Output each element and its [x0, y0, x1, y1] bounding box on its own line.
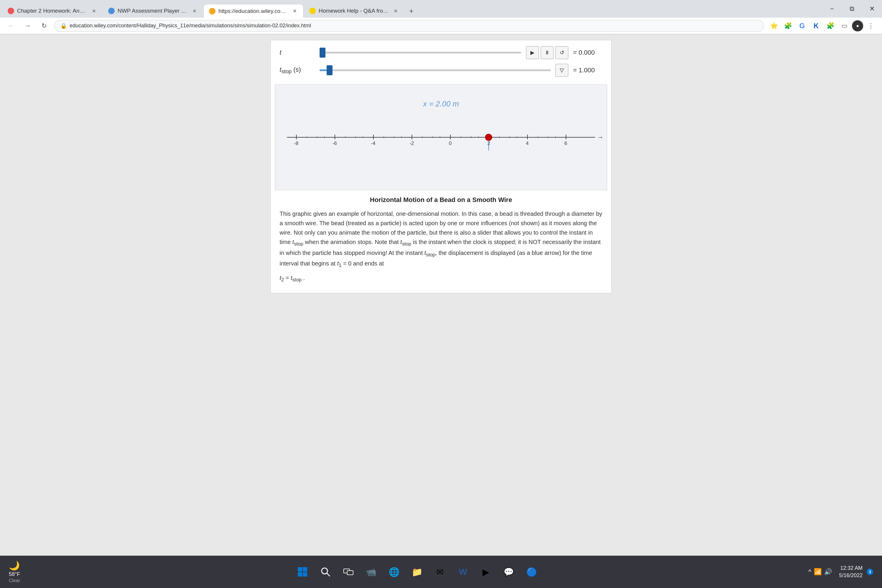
svg-rect-2	[298, 572, 302, 576]
tick-minor	[317, 136, 317, 138]
tstop-dropdown[interactable]: ▽	[555, 64, 568, 77]
avatar[interactable]: ●	[852, 20, 863, 32]
chrome-button[interactable]: 🔵	[523, 563, 541, 581]
bookmark-icon[interactable]: ⭐	[767, 20, 780, 32]
main-content: t ▶ ⏸ ↺ = 0.000 tstop (s)	[0, 34, 882, 556]
controls-area: t ▶ ⏸ ↺ = 0.000 tstop (s)	[271, 40, 611, 84]
tab-close-3[interactable]: ✕	[291, 8, 298, 14]
google-icon[interactable]: G	[796, 20, 808, 32]
tick-label--2: -2	[410, 141, 414, 146]
address-input[interactable]: 🔒 education.wiley.com/content/Halliday_P…	[54, 20, 764, 32]
t-slider[interactable]	[320, 52, 521, 54]
taskbar: 🌙 58°F Clear	[0, 556, 882, 588]
simulation-panel: t ▶ ⏸ ↺ = 0.000 tstop (s)	[270, 40, 612, 293]
number-line: → x (m) -8 -6	[275, 137, 607, 138]
bead	[485, 134, 492, 141]
extensions-icon[interactable]: 🧩	[782, 20, 794, 32]
forward-button[interactable]: →	[21, 20, 34, 32]
tick-minor	[440, 136, 440, 138]
system-tray: ^ 📶 🔊	[808, 568, 832, 576]
address-bar: ← → ↻ 🔒 education.wiley.com/content/Hall…	[0, 18, 882, 34]
search-button[interactable]	[316, 563, 334, 581]
back-button[interactable]: ←	[5, 20, 18, 32]
volume-icon[interactable]: 🔊	[824, 568, 832, 576]
puzzle-icon[interactable]: 🧩	[824, 20, 837, 32]
tick-minor	[401, 136, 402, 138]
tab-close-4[interactable]: ✕	[392, 8, 399, 14]
browser-chrome: Chapter 2 Homework: Andro Fah... ✕ NWP A…	[0, 0, 882, 34]
discord-button[interactable]: 💬	[500, 563, 518, 581]
teams-button[interactable]: 📹	[362, 563, 380, 581]
tab-close-2[interactable]: ✕	[191, 8, 198, 14]
tab-label-3: https://education.wiley.com/con...	[219, 8, 288, 14]
notification-badge[interactable]: 3	[867, 568, 873, 575]
tick-4	[527, 135, 528, 140]
close-button[interactable]: ✕	[862, 0, 882, 18]
reset-button[interactable]: ↺	[555, 46, 568, 59]
weather-icon: 🌙	[9, 560, 20, 571]
svg-rect-0	[298, 567, 302, 572]
more-button[interactable]: ⋮	[864, 20, 877, 32]
start-button[interactable]	[293, 563, 312, 581]
tick--4	[373, 135, 374, 140]
svg-rect-1	[303, 567, 307, 572]
notification-count: 3	[869, 570, 871, 574]
svg-rect-7	[347, 571, 353, 575]
weather-condition: Clear	[9, 578, 20, 583]
new-tab-button[interactable]: +	[405, 4, 418, 18]
profile-icon[interactable]: K	[810, 20, 823, 32]
tab-favicon-4	[309, 8, 316, 14]
play-button[interactable]: ▶	[526, 46, 539, 59]
weather-widget[interactable]: 🌙 58°F Clear	[9, 560, 20, 583]
taskbar-center: 📹 🌐 📁 ✉ W ▶ 💬 🔵	[29, 563, 805, 581]
edge-button[interactable]: 🌐	[385, 563, 404, 581]
tick-minor	[517, 136, 517, 138]
tab-favicon-1	[8, 8, 14, 14]
tick-0	[450, 135, 451, 140]
tab-1[interactable]: Chapter 2 Homework: Andro Fah... ✕	[2, 4, 102, 18]
tick-label--8: -8	[294, 141, 298, 146]
tick-minor	[471, 136, 471, 138]
tick-minor	[363, 136, 363, 138]
playback-controls: ▶ ⏸ ↺	[526, 46, 568, 59]
t-control-row: t ▶ ⏸ ↺ = 0.000	[280, 46, 602, 59]
tick-minor	[538, 136, 538, 138]
tick-label--4: -4	[371, 141, 375, 146]
description-title: Horizontal Motion of a Bead on a Smooth …	[280, 196, 602, 204]
svg-rect-3	[303, 572, 307, 576]
tstop-slider[interactable]	[320, 69, 550, 71]
tab-2[interactable]: NWP Assessment Player UI Appl... ✕	[103, 4, 203, 18]
tab-4[interactable]: Homework Help - Q&A from On... ✕	[304, 4, 404, 18]
pause-button[interactable]: ⏸	[541, 46, 554, 59]
axis-line: → x (m) -8 -6	[287, 137, 595, 138]
sidebar-icon[interactable]: ▭	[838, 20, 851, 32]
reload-button[interactable]: ↻	[38, 20, 51, 32]
minimize-button[interactable]: −	[822, 0, 842, 18]
maximize-button[interactable]: ⧉	[842, 0, 862, 18]
tick-minor	[356, 136, 356, 138]
tab-close-1[interactable]: ✕	[90, 8, 97, 14]
tab-label-1: Chapter 2 Homework: Andro Fah...	[17, 8, 88, 14]
tab-3[interactable]: https://education.wiley.com/con... ✕	[204, 4, 303, 18]
tab-favicon-3	[209, 8, 216, 14]
mail-button[interactable]: ✉	[431, 563, 449, 581]
clock[interactable]: 12:32 AM 5/16/2022	[839, 565, 862, 579]
description-area: Horizontal Motion of a Bead on a Smooth …	[271, 190, 611, 293]
tick-minor	[324, 136, 325, 138]
tstop-value: = 1.000	[573, 66, 602, 74]
word-button[interactable]: W	[454, 563, 472, 581]
network-icon[interactable]: 📶	[814, 568, 822, 576]
youtube-button[interactable]: ▶	[477, 563, 495, 581]
time: 12:32 AM	[840, 565, 862, 571]
taskbar-right: ^ 📶 🔊 12:32 AM 5/16/2022 3	[808, 565, 873, 579]
file-explorer-button[interactable]: 📁	[408, 563, 426, 581]
task-view-button[interactable]	[339, 563, 357, 581]
simulation-viewport: x = 2.00 m → x (m) -8	[275, 84, 607, 190]
tab-label-2: NWP Assessment Player UI Appl...	[118, 8, 188, 14]
tick--2	[412, 135, 412, 140]
t-label: t	[280, 49, 315, 57]
tick-minor	[345, 136, 345, 138]
tick-6	[566, 135, 566, 140]
chevron-icon[interactable]: ^	[808, 568, 812, 576]
tab-favicon-2	[108, 8, 115, 14]
